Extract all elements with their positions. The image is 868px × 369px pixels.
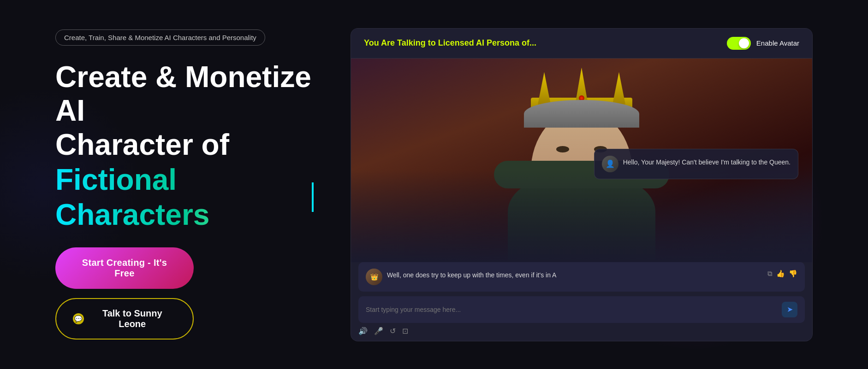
clipboard-icon[interactable]: ⊡: [402, 327, 408, 335]
headline-line1: Create & Monetize AI: [55, 60, 314, 128]
chat-header: You Are Talking to Licensed AI Persona o…: [351, 29, 812, 59]
chat-input-area: ➤: [358, 296, 805, 323]
headline-line2: Character of: [55, 128, 314, 162]
headline-line3: Fictional Characters: [55, 162, 310, 233]
toggle-label: Enable Avatar: [756, 39, 799, 47]
refresh-icon[interactable]: ↺: [390, 327, 396, 335]
microphone-icon[interactable]: 🎤: [374, 327, 383, 335]
headline-block: Create & Monetize AI Character of Fictio…: [55, 60, 314, 233]
send-button[interactable]: ➤: [782, 302, 797, 317]
input-actions-bar: 🔊 🎤 ↺ ⊡: [351, 323, 812, 335]
tag-badge: Create, Train, Share & Monetize AI Chara…: [55, 29, 265, 46]
character-area: 👤 Hello, Your Majesty! Can't believe I'm…: [351, 59, 812, 262]
character-image: 👤 Hello, Your Majesty! Can't believe I'm…: [351, 59, 812, 262]
chat-bottom: 👑 Well, one does try to keep up with the…: [351, 262, 812, 341]
secondary-button-label: Talk to Sunny Leone: [89, 308, 176, 329]
toggle-knob: [739, 38, 749, 48]
chat-button-icon: 💬: [73, 313, 84, 324]
badge-text: Create, Train, Share & Monetize AI Chara…: [64, 34, 256, 41]
send-icon: ➤: [787, 305, 793, 314]
volume-icon[interactable]: 🔊: [358, 327, 368, 335]
thumbs-down-icon[interactable]: 👎: [789, 269, 797, 278]
primary-button-label: Start Creating - It's Free: [74, 258, 175, 279]
queen-response-row: 👑 Well, one does try to keep up with the…: [358, 262, 805, 292]
thumbs-up-icon[interactable]: 👍: [776, 269, 785, 278]
user-message-text: Hello, Your Majesty! Can't believe I'm t…: [623, 156, 791, 167]
talk-sunny-leone-button[interactable]: 💬 Talk to Sunny Leone: [55, 298, 194, 340]
toggle-section: Enable Avatar: [727, 37, 799, 50]
response-actions: ⧉ 👍 👎: [767, 269, 797, 278]
chat-input[interactable]: [366, 306, 777, 313]
page-container: Create, Train, Share & Monetize AI Chara…: [0, 0, 868, 369]
start-creating-button[interactable]: Start Creating - It's Free: [55, 247, 194, 289]
cursor: [312, 182, 314, 212]
queen-message-text: Well, one does try to keep up with the t…: [387, 269, 763, 280]
chat-header-title: You Are Talking to Licensed AI Persona o…: [364, 38, 536, 48]
queen-avatar: 👑: [366, 269, 382, 285]
chat-panel: You Are Talking to Licensed AI Persona o…: [351, 28, 813, 341]
character-gradient: [351, 170, 812, 262]
user-chat-bubble: 👤 Hello, Your Majesty! Can't believe I'm…: [594, 149, 798, 179]
avatar-toggle[interactable]: [727, 37, 751, 50]
buttons-group: Start Creating - It's Free 💬 Talk to Sun…: [55, 247, 314, 340]
copy-icon[interactable]: ⧉: [767, 269, 773, 278]
left-panel: Create, Train, Share & Monetize AI Chara…: [55, 29, 314, 340]
user-avatar: 👤: [602, 156, 618, 172]
